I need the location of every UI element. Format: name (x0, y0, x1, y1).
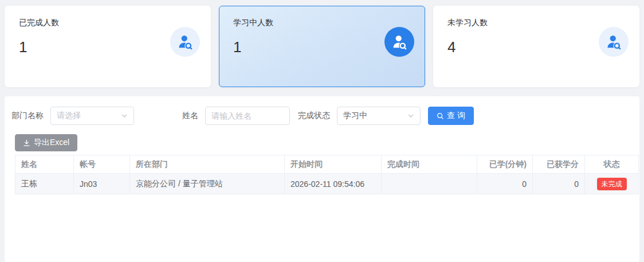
query-button[interactable]: 查 询 (428, 107, 474, 125)
column-header-credits: 已获学分 (533, 155, 585, 174)
stat-cards-row: 已完成人数 1 学习中人数 1 未学习人数 4 (0, 0, 644, 87)
name-input[interactable] (206, 107, 289, 124)
column-header-account: 帐号 (74, 155, 130, 174)
status-label: 完成状态 (298, 111, 330, 121)
stat-card-learning[interactable]: 学习中人数 1 (219, 6, 425, 87)
download-icon (23, 139, 30, 147)
table-header-row: 姓名 帐号 所在部门 开始时间 完成时间 已学(分钟) 已获学分 状态 (15, 155, 639, 174)
cell-account: Jn03 (74, 174, 130, 194)
department-select[interactable]: 请选择 (50, 107, 134, 125)
cell-credits: 0 (533, 174, 585, 194)
name-input-wrapper (205, 107, 290, 125)
column-header-finish-time: 完成时间 (382, 155, 477, 174)
table-row[interactable]: 王栋 Jn03 京能分公司 / 量子管理站 2026-02-11 09:54:0… (15, 174, 639, 194)
status-select-value: 学习中 (343, 111, 367, 121)
results-table: 姓名 帐号 所在部门 开始时间 完成时间 已学(分钟) 已获学分 状态 王栋 J… (15, 155, 639, 194)
cell-start-time: 2026-02-11 09:54:06 (285, 174, 382, 194)
cell-name: 王栋 (15, 174, 74, 194)
query-button-label: 查 询 (447, 111, 465, 121)
department-label: 部门名称 (11, 111, 44, 121)
column-header-start-time: 开始时间 (285, 155, 382, 174)
column-header-name: 姓名 (15, 155, 74, 174)
stat-card-not-started[interactable]: 未学习人数 4 (433, 6, 639, 87)
stat-card-completed[interactable]: 已完成人数 1 (5, 6, 211, 87)
user-search-icon (599, 27, 629, 57)
search-icon (437, 112, 444, 120)
main-panel: 部门名称 请选择 姓名 完成状态 学习中 查 询 (5, 96, 639, 262)
department-select-placeholder: 请选择 (57, 111, 81, 121)
name-label: 姓名 (182, 111, 198, 121)
user-search-icon (170, 27, 200, 57)
export-excel-label: 导出Excel (34, 138, 69, 148)
cell-minutes: 0 (477, 174, 533, 194)
status-select[interactable]: 学习中 (337, 107, 421, 125)
user-search-icon (384, 27, 414, 57)
column-header-status: 状态 (585, 155, 639, 174)
export-excel-button[interactable]: 导出Excel (15, 134, 77, 151)
cell-department: 京能分公司 / 量子管理站 (130, 174, 285, 194)
filter-bar: 部门名称 请选择 姓名 完成状态 学习中 查 询 (10, 107, 634, 125)
cell-finish-time (382, 174, 477, 194)
cell-status: 未完成 (585, 174, 639, 194)
chevron-down-icon (121, 112, 128, 119)
status-badge: 未完成 (597, 178, 627, 190)
stat-card-title: 已完成人数 (19, 17, 197, 28)
chevron-down-icon (407, 112, 414, 119)
column-header-department: 所在部门 (130, 155, 285, 174)
stat-card-title: 学习中人数 (233, 17, 411, 28)
stat-card-title: 未学习人数 (447, 17, 625, 28)
column-header-minutes: 已学(分钟) (477, 155, 533, 174)
